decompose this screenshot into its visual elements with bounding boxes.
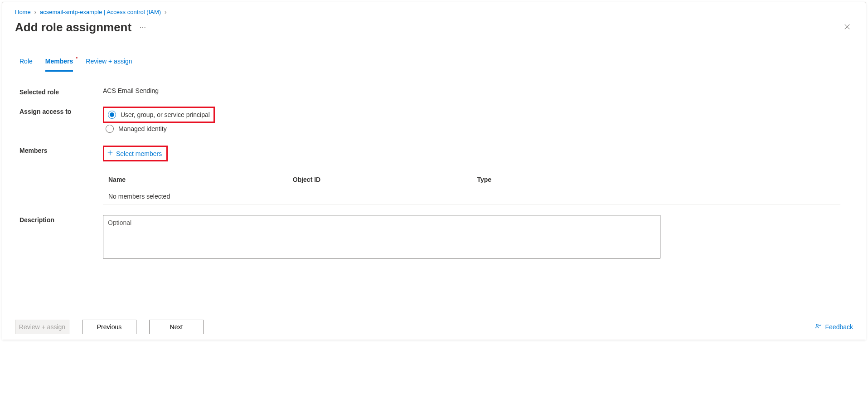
tab-members[interactable]: Members — [45, 58, 73, 72]
breadcrumb: Home › acsemail-smtp-example | Access co… — [15, 8, 853, 20]
chevron-right-icon: › — [165, 9, 166, 15]
svg-point-4 — [816, 324, 818, 326]
more-icon[interactable]: ⋯ — [138, 22, 148, 33]
next-button[interactable]: Next — [149, 320, 204, 334]
members-empty: No members selected — [103, 188, 840, 205]
radio-managed-identity[interactable] — [106, 125, 114, 133]
members-table: Name Object ID Type No members selected — [103, 171, 840, 205]
feedback-link[interactable]: Feedback — [815, 323, 853, 331]
radio-managed-identity-label[interactable]: Managed identity — [118, 125, 167, 132]
breadcrumb-resource[interactable]: acsemail-smtp-example | Access control (… — [40, 9, 161, 15]
description-label: Description — [19, 215, 103, 224]
selected-role-label: Selected role — [19, 87, 103, 96]
select-members-button[interactable]: Select members — [105, 148, 165, 159]
previous-button[interactable]: Previous — [82, 320, 136, 334]
review-assign-button[interactable]: Review + assign — [15, 320, 69, 334]
col-type[interactable]: Type — [472, 171, 841, 188]
tab-review-assign[interactable]: Review + assign — [86, 58, 132, 72]
col-name[interactable]: Name — [103, 171, 287, 188]
feedback-icon — [815, 323, 822, 331]
footer: Review + assign Previous Next Feedback — [2, 314, 866, 340]
select-members-label: Select members — [116, 150, 162, 157]
close-icon[interactable] — [841, 20, 853, 35]
members-label: Members — [19, 146, 103, 154]
plus-icon — [107, 150, 113, 157]
highlight-select-members: Select members — [103, 146, 168, 161]
chevron-right-icon: › — [34, 9, 36, 15]
assign-access-label: Assign access to — [19, 107, 103, 115]
feedback-label: Feedback — [825, 323, 853, 331]
highlight-user-group: User, group, or service principal — [103, 107, 215, 123]
tab-role[interactable]: Role — [19, 58, 33, 72]
col-object-id[interactable]: Object ID — [287, 171, 472, 188]
radio-user-group[interactable] — [108, 111, 116, 119]
tabs: Role Members Review + assign — [15, 58, 853, 72]
page-title: Add role assignment — [15, 20, 131, 34]
table-row: No members selected — [103, 188, 840, 205]
selected-role-value: ACS Email Sending — [103, 87, 853, 94]
radio-user-group-label[interactable]: User, group, or service principal — [121, 111, 210, 118]
description-input[interactable] — [103, 215, 660, 258]
breadcrumb-home[interactable]: Home — [15, 9, 31, 15]
